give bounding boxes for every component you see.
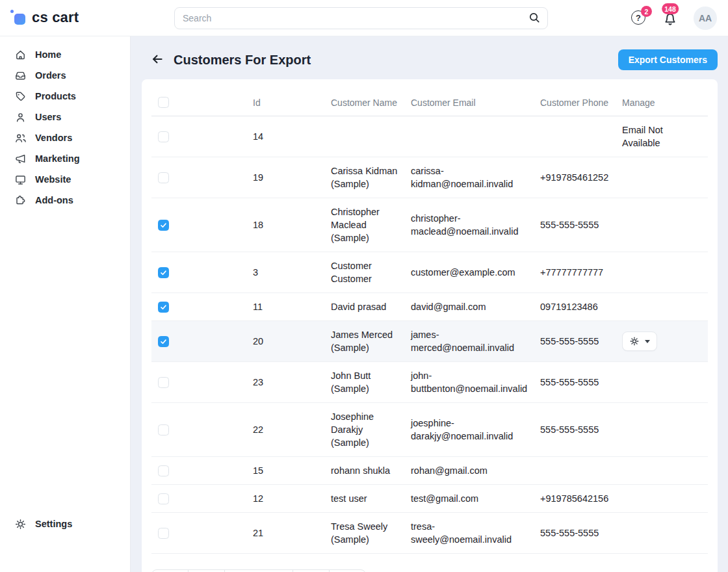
table-row: 22 Josephine Darakjy (Sample) joesphine-… — [151, 403, 708, 457]
topbar: cs cart ? 2 148 AA — [0, 0, 728, 36]
export-customers-button[interactable]: Export Customers — [618, 49, 718, 70]
table-row: 14 Email Not Available — [151, 116, 708, 157]
sidebar-item-marketing[interactable]: Marketing — [0, 148, 130, 169]
gear-icon — [629, 336, 640, 346]
table-row: 11 David prasad david@gmail.com 09719123… — [151, 293, 708, 321]
main-content: Customers For Export Export Customers Id… — [131, 36, 728, 572]
cell-name: Carissa Kidman (Sample) — [331, 157, 411, 198]
cell-phone: 555-555-5555 — [540, 362, 622, 403]
last-page-button[interactable] — [329, 569, 366, 572]
cell-manage — [622, 198, 708, 252]
cell-id: 21 — [253, 513, 331, 554]
next-page-button[interactable] — [292, 569, 330, 572]
table-row: 20 James Merced (Sample) james-merced@no… — [151, 321, 708, 362]
cell-phone: +919785461252 — [540, 157, 622, 198]
row-checkbox[interactable] — [158, 493, 169, 504]
cell-manage: Email Not Available — [622, 116, 708, 157]
cell-name: Tresa Sweely (Sample) — [331, 513, 411, 554]
sidebar: Home Orders Products Users — [0, 36, 131, 572]
back-button[interactable] — [150, 52, 165, 68]
cell-id: 19 — [253, 157, 331, 198]
sidebar-label: Website — [35, 174, 71, 185]
cell-phone: 09719123486 — [540, 293, 622, 321]
logo-text: cs cart — [32, 9, 79, 26]
cell-name — [331, 116, 411, 157]
cell-phone: 555-555-5555 — [540, 403, 622, 457]
page-header: Customers For Export Export Customers — [150, 49, 718, 70]
cell-phone: 555-555-5555 — [540, 321, 622, 362]
row-checkbox[interactable] — [158, 528, 169, 539]
table-row: 18 Christopher Maclead (Sample) christop… — [151, 198, 708, 252]
cell-id: 20 — [253, 321, 331, 362]
sidebar-item-website[interactable]: Website — [0, 169, 130, 190]
notifications-button[interactable]: 148 — [662, 10, 678, 26]
page-range-dropdown[interactable]: 1–11 of 11 — [224, 569, 293, 572]
sidebar-label: Home — [35, 49, 61, 60]
cell-phone: +919785642156 — [540, 485, 622, 513]
cscart-logo[interactable]: cs cart — [14, 9, 79, 26]
cell-name: Customer Customer — [331, 252, 411, 293]
cell-id: 11 — [253, 293, 331, 321]
col-header-customer-phone: Customer Phone — [540, 89, 622, 116]
help-badge: 2 — [641, 6, 652, 17]
row-checkbox[interactable] — [158, 465, 169, 476]
cell-id: 22 — [253, 403, 331, 457]
tag-icon — [14, 90, 27, 103]
col-header-customer-name: Customer Name — [331, 89, 411, 116]
sidebar-item-home[interactable]: Home — [0, 44, 130, 65]
prev-page-button[interactable] — [188, 569, 225, 572]
row-checkbox[interactable] — [158, 131, 169, 142]
cell-phone — [540, 457, 622, 485]
sidebar-label: Marketing — [35, 153, 80, 164]
cell-name: John Butt (Sample) — [331, 362, 411, 403]
row-checkbox[interactable] — [158, 172, 169, 183]
row-checkbox[interactable] — [158, 377, 169, 388]
table-row: 19 Carissa Kidman (Sample) carissa-kidma… — [151, 157, 708, 198]
sidebar-item-vendors[interactable]: Vendors — [0, 127, 130, 148]
cell-email: james-merced@noemail.invalid — [411, 321, 540, 362]
cell-email: john-buttbenton@noemail.invalid — [411, 362, 540, 403]
sidebar-item-settings[interactable]: Settings — [0, 514, 130, 534]
cell-email: tresa-sweely@noemail.invalid — [411, 513, 540, 554]
avatar[interactable]: AA — [694, 6, 717, 30]
cell-name: David prasad — [331, 293, 411, 321]
global-search — [174, 7, 548, 29]
search-input[interactable] — [174, 7, 548, 29]
monitor-icon — [14, 174, 27, 186]
table-row: 23 John Butt (Sample) john-buttbenton@no… — [151, 362, 708, 403]
help-button[interactable]: ? 2 — [631, 10, 647, 26]
row-checkbox[interactable] — [158, 424, 169, 436]
row-actions-button[interactable] — [622, 332, 657, 351]
puzzle-icon — [14, 194, 27, 207]
sidebar-item-addons[interactable]: Add-ons — [0, 190, 130, 211]
cell-manage — [622, 485, 708, 513]
cell-phone — [540, 116, 622, 157]
table-row: 21 Tresa Sweely (Sample) tresa-sweely@no… — [151, 513, 708, 554]
sidebar-item-products[interactable]: Products — [0, 86, 130, 107]
sidebar-label: Settings — [35, 519, 72, 529]
sidebar-label: Orders — [35, 70, 66, 81]
sidebar-item-users[interactable]: Users — [0, 107, 130, 127]
cell-email: david@gmail.com — [411, 293, 540, 321]
first-page-button[interactable] — [151, 569, 188, 572]
orders-inbox-icon — [14, 70, 27, 82]
cell-name: rohann shukla — [331, 457, 411, 485]
search-icon[interactable] — [527, 11, 541, 25]
select-all-checkbox[interactable] — [158, 97, 169, 108]
cell-manage — [622, 157, 708, 198]
row-checkbox[interactable] — [158, 302, 169, 313]
row-checkbox[interactable] — [158, 220, 169, 231]
cell-id: 23 — [253, 362, 331, 403]
cell-id: 15 — [253, 457, 331, 485]
customers-table-body: 14 Email Not Available 19 Carissa Kidman… — [151, 116, 708, 554]
chevron-down-icon — [645, 340, 650, 343]
cell-manage — [622, 513, 708, 554]
cscart-logo-icon — [14, 14, 25, 25]
row-checkbox[interactable] — [158, 336, 169, 347]
manage-text: Email Not Available — [622, 125, 663, 148]
sidebar-label: Vendors — [35, 133, 72, 143]
row-checkbox[interactable] — [158, 267, 169, 278]
cell-phone: 555-555-5555 — [540, 198, 622, 252]
cell-email: joesphine-darakjy@noemail.invalid — [411, 403, 540, 457]
sidebar-item-orders[interactable]: Orders — [0, 65, 130, 86]
